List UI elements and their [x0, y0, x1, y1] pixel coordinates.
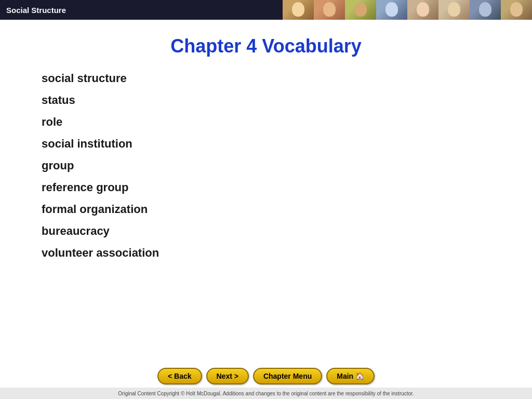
- main-button[interactable]: Main 🏠: [326, 368, 375, 384]
- header-title: Social Structure: [0, 6, 66, 15]
- face-6: [438, 0, 470, 20]
- bottom-nav: < Back Next > Chapter Menu Main 🏠: [0, 368, 532, 384]
- footer-text: Original Content Copyright © Holt McDoug…: [118, 391, 414, 396]
- face-1: [283, 0, 314, 20]
- face-7: [470, 0, 501, 20]
- list-item: volunteer association: [42, 242, 490, 264]
- list-item: social institution: [42, 133, 490, 155]
- back-button[interactable]: < Back: [157, 368, 202, 384]
- face-4: [376, 0, 407, 20]
- face-5: [407, 0, 438, 20]
- chapter-menu-button[interactable]: Chapter Menu: [253, 368, 322, 384]
- list-item: social structure: [42, 68, 490, 89]
- list-item: formal organization: [42, 198, 490, 220]
- list-item: reference group: [42, 177, 490, 198]
- vocab-list: social structure status role social inst…: [42, 68, 490, 264]
- main-content: Chapter 4 Vocabulary social structure st…: [0, 20, 532, 269]
- header-images: [283, 0, 532, 20]
- face-8: [501, 0, 532, 20]
- list-item: bureaucracy: [42, 220, 490, 242]
- header: Social Structure: [0, 0, 532, 20]
- face-2: [314, 0, 345, 20]
- next-button[interactable]: Next >: [206, 368, 249, 384]
- list-item: group: [42, 155, 490, 177]
- page-title: Chapter 4 Vocabulary: [42, 30, 490, 57]
- footer: Original Content Copyright © Holt McDoug…: [0, 388, 532, 399]
- face-3: [345, 0, 376, 20]
- list-item: role: [42, 111, 490, 133]
- list-item: status: [42, 89, 490, 111]
